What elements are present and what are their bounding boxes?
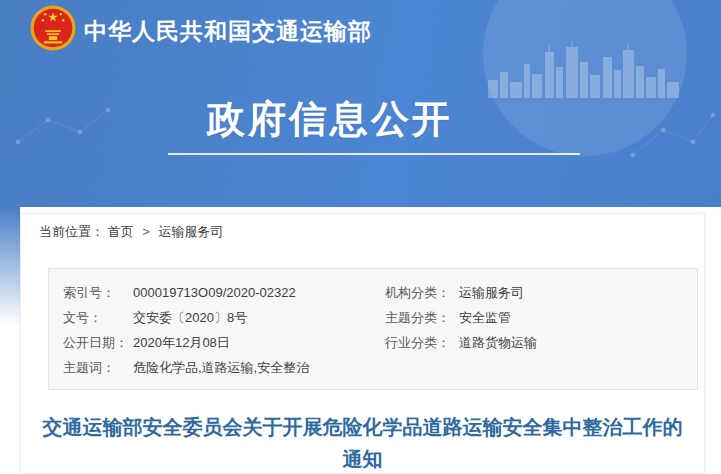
meta-label-empty [385, 355, 459, 380]
meta-value-industry-category: 道路货物运输 [459, 330, 697, 355]
breadcrumb-home-link[interactable]: 首页 [108, 224, 134, 239]
meta-label-keywords: 主题词： [63, 355, 133, 380]
page: 中华人民共和国交通运输部 政府信息公开 当前位置： 首页 > 运输服务司 索引号… [0, 0, 721, 474]
meta-value-keywords: 危险化学品,道路运输,安全整治 [133, 355, 385, 380]
meta-value-publish-date: 2020年12月08日 [133, 330, 385, 355]
breadcrumb-current-link[interactable]: 运输服务司 [158, 224, 223, 239]
header-banner: 中华人民共和国交通运输部 政府信息公开 [0, 0, 721, 207]
meta-value-empty [459, 355, 697, 380]
breadcrumb-separator: > [142, 224, 150, 239]
background-fade [0, 207, 20, 332]
table-row: 文号： 交安委〔2020〕8号 主题分类： 安全监管 [63, 305, 697, 330]
document-meta-table: 索引号： 000019713O09/2020-02322 机构分类： 运输服务司… [48, 268, 698, 390]
china-national-emblem-icon [30, 5, 76, 51]
meta-label-publish-date: 公开日期： [63, 330, 133, 355]
banner-underline [168, 153, 580, 155]
page-title: 政府信息公开 [0, 94, 660, 145]
meta-value-doc-no: 交安委〔2020〕8号 [133, 305, 385, 330]
meta-label-topic-category: 主题分类： [385, 305, 459, 330]
meta-label-index-no: 索引号： [63, 280, 133, 305]
table-row: 索引号： 000019713O09/2020-02322 机构分类： 运输服务司 [63, 280, 697, 305]
meta-value-org-category: 运输服务司 [459, 280, 697, 305]
content-card: 当前位置： 首页 > 运输服务司 索引号： 000019713O09/2020-… [20, 213, 705, 474]
meta-value-index-no: 000019713O09/2020-02322 [133, 280, 385, 305]
table-row: 主题词： 危险化学品,道路运输,安全整治 [63, 355, 697, 380]
meta-label-org-category: 机构分类： [385, 280, 459, 305]
table-row: 公开日期： 2020年12月08日 行业分类： 道路货物运输 [63, 330, 697, 355]
meta-label-industry-category: 行业分类： [385, 330, 459, 355]
meta-value-topic-category: 安全监管 [459, 305, 697, 330]
meta-label-doc-no: 文号： [63, 305, 133, 330]
breadcrumb-prefix: 当前位置： [39, 224, 104, 239]
document-title: 交通运输部安全委员会关于开展危险化学品道路运输安全集中整治工作的通知 [37, 411, 689, 474]
site-title[interactable]: 中华人民共和国交通运输部 [84, 16, 372, 47]
breadcrumb: 当前位置： 首页 > 运输服务司 [21, 214, 704, 241]
site-header: 中华人民共和国交通运输部 [0, 0, 721, 56]
